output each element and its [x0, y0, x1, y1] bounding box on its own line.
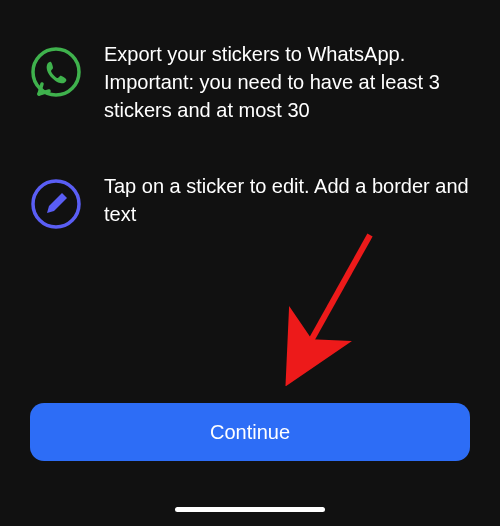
whatsapp-info-text: Export your stickers to WhatsApp. Import…	[104, 40, 470, 124]
continue-button[interactable]: Continue	[30, 403, 470, 461]
home-indicator[interactable]	[175, 507, 325, 512]
edit-icon	[30, 178, 82, 230]
onboarding-content: Export your stickers to WhatsApp. Import…	[0, 0, 500, 230]
whatsapp-info-row: Export your stickers to WhatsApp. Import…	[30, 40, 470, 124]
edit-info-text: Tap on a sticker to edit. Add a border a…	[104, 172, 470, 228]
edit-info-row: Tap on a sticker to edit. Add a border a…	[30, 172, 470, 230]
svg-line-2	[303, 235, 370, 355]
whatsapp-icon	[30, 46, 82, 98]
annotation-arrow	[275, 220, 395, 390]
